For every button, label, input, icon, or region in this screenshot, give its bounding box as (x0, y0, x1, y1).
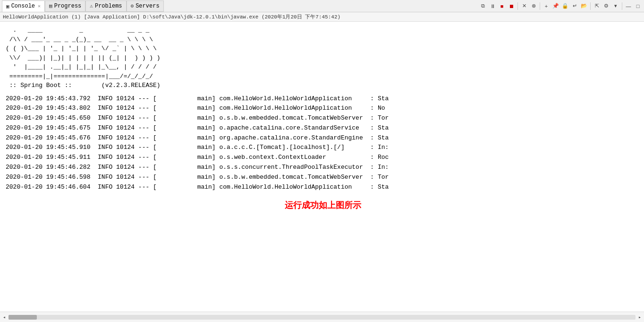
word-wrap-button[interactable]: ↵ (570, 2, 579, 10)
tab-servers[interactable]: ⚙ Servers (127, 0, 164, 12)
status-text: HelloWorldApplication (1) [Java Applicat… (3, 13, 340, 20)
tab-bar: ▣ Console ✕ ▤ Progress ⚠ Problems ⚙ Serv… (0, 0, 644, 12)
tab-problems-label: Problems (95, 3, 122, 9)
success-text: 运行成功如上图所示 (6, 200, 640, 211)
progress-icon: ▤ (49, 3, 52, 9)
suspend-button[interactable]: ⏸ (488, 2, 497, 10)
problems-icon: ⚠ (90, 3, 93, 9)
scroll-track[interactable] (8, 315, 636, 320)
terminate-button[interactable]: ■ (498, 2, 506, 10)
console-icon: ▣ (6, 3, 9, 9)
tab-progress[interactable]: ▤ Progress (45, 0, 85, 12)
remove-all-button[interactable]: ⊗ (529, 2, 538, 10)
tab-console-label: Console (11, 3, 35, 9)
scroll-right-arrow[interactable]: ▸ (637, 314, 642, 320)
status-bar: HelloWorldApplication (1) [Java Applicat… (0, 12, 644, 22)
tab-problems[interactable]: ⚠ Problems (85, 0, 126, 12)
log-output: 2020-01-20 19:45:43.792 INFO 10124 --- [… (6, 94, 640, 192)
new-console-button[interactable]: + (542, 2, 551, 10)
terminate-all-button[interactable]: ⏹ (507, 2, 516, 10)
tab-servers-label: Servers (136, 3, 159, 9)
scroll-lock-button[interactable]: 🔒 (561, 2, 569, 10)
scroll-left-arrow[interactable]: ◂ (2, 314, 7, 320)
console-area[interactable]: . ____ _ __ _ _ /\\ / ___'_ __ _ _(_)_ _… (0, 22, 644, 300)
preferences-button[interactable]: ⚙ (602, 2, 610, 10)
view-menu-button[interactable]: ▾ (611, 2, 620, 10)
pin-button[interactable]: 📌 (551, 2, 560, 10)
maximize-button[interactable]: □ (634, 2, 642, 10)
minimize-button[interactable]: — (624, 2, 633, 10)
bottom-scrollbar[interactable]: ◂ ▸ (0, 312, 644, 322)
tab-console[interactable]: ▣ Console ✕ (2, 0, 45, 12)
servers-icon: ⚙ (131, 3, 134, 9)
copy-button[interactable]: ⧉ (479, 2, 487, 10)
remove-button[interactable]: ✕ (520, 2, 528, 10)
spring-banner: . ____ _ __ _ _ /\\ / ___'_ __ _ _(_)_ _… (6, 26, 640, 90)
scroll-thumb[interactable] (8, 315, 37, 320)
open-file-button[interactable]: 📂 (580, 2, 588, 10)
tab-progress-label: Progress (54, 3, 82, 9)
expand-button[interactable]: ⇱ (593, 2, 601, 10)
tab-console-close[interactable]: ✕ (38, 3, 41, 9)
